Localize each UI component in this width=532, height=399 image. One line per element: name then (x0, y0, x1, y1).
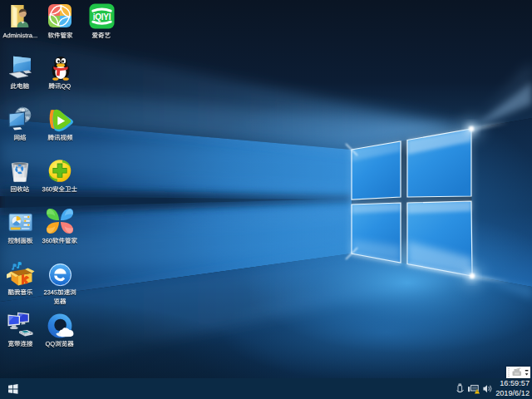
svg-text:iQIYI: iQIYI (93, 12, 111, 22)
